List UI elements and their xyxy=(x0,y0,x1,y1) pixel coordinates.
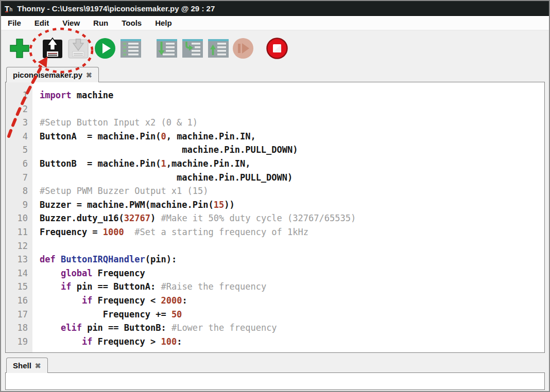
step-out-button[interactable] xyxy=(207,37,230,60)
step-over-button[interactable] xyxy=(156,37,178,60)
tab-label: piconoisemaker.py xyxy=(13,70,82,79)
menu-item-help[interactable]: Help xyxy=(148,19,179,27)
step-into-icon xyxy=(181,37,204,60)
menu-item-view[interactable]: View xyxy=(56,19,87,27)
stop-icon xyxy=(266,37,288,60)
line-number: 6 xyxy=(6,157,32,171)
line-number: 11 xyxy=(6,225,32,239)
line-number: 13 xyxy=(6,253,32,266)
code-line: if Frequency < 2000: xyxy=(40,294,544,308)
shell-tab-label: Shell xyxy=(13,361,31,370)
code-line: Frequency += 50 xyxy=(40,308,544,322)
line-number: 14 xyxy=(6,266,32,280)
code-line xyxy=(40,239,544,253)
shell-tab-close-icon[interactable]: ✖ xyxy=(35,362,41,370)
code-line: ButtonB = machine.Pin(1,machine.Pin.IN, xyxy=(40,157,544,171)
line-number: 10 xyxy=(6,211,32,225)
code-line: global Frequency xyxy=(40,266,544,280)
plus-icon xyxy=(8,37,31,60)
open-file-button[interactable] xyxy=(41,37,64,60)
line-number: 3 xyxy=(6,116,32,130)
debug-script-button[interactable] xyxy=(119,37,142,60)
play-icon xyxy=(94,37,116,60)
menubar: FileEditViewRunToolsHelp xyxy=(1,16,549,30)
resume-button[interactable] xyxy=(232,37,254,60)
run-script-button[interactable] xyxy=(94,37,116,60)
line-number: 2 xyxy=(6,102,32,116)
shell-tab-bar: Shell ✖ xyxy=(1,357,549,372)
thonny-logo-icon: Th xyxy=(5,4,12,13)
resume-icon xyxy=(232,37,254,60)
line-number: 9 xyxy=(6,198,32,212)
code-line: ButtonA = machine.Pin(0, machine.Pin.IN, xyxy=(40,130,544,144)
line-number: 16 xyxy=(6,294,32,308)
menu-item-tools[interactable]: Tools xyxy=(115,19,148,27)
code-line: if pin == ButtonA: #Raise the frequency xyxy=(40,280,544,294)
line-number: 15 xyxy=(6,280,32,294)
code-line: Frequency = 1000 #Set a starting frequen… xyxy=(40,225,544,239)
new-file-button[interactable] xyxy=(8,37,31,60)
line-number: 17 xyxy=(6,308,32,322)
line-number: 4 xyxy=(6,130,32,144)
line-number: 12 xyxy=(6,239,32,253)
tab-shell[interactable]: Shell ✖ xyxy=(6,358,48,373)
code-line xyxy=(40,102,544,116)
code-line: #Setup PWM Buzzer Output x1 (15) xyxy=(40,184,544,198)
code-line: if Frequency > 100: xyxy=(40,335,544,349)
code-line: elif pin == ButtonB: #Lower the frequenc… xyxy=(40,321,544,335)
line-number: 18 xyxy=(6,321,32,335)
code-line: machine.Pin.PULL_DOWN) xyxy=(40,143,544,157)
line-number: 8 xyxy=(6,184,32,198)
step-over-icon xyxy=(156,37,178,60)
tab-close-icon[interactable]: ✖ xyxy=(86,71,92,79)
stop-button[interactable] xyxy=(266,37,288,60)
floppy-open-icon xyxy=(41,37,64,60)
line-number: 7 xyxy=(6,171,32,185)
line-number: 19 xyxy=(6,335,32,349)
toolbar xyxy=(1,30,549,66)
editor-tab-bar: piconoisemaker.py ✖ xyxy=(1,66,549,82)
step-into-button[interactable] xyxy=(181,37,204,60)
tab-piconoisemaker[interactable]: piconoisemaker.py ✖ xyxy=(6,67,99,82)
debug-icon xyxy=(119,37,142,60)
menu-item-edit[interactable]: Edit xyxy=(28,19,56,27)
thonny-window: Th Thonny - C:\Users\91974\piconoisemake… xyxy=(0,0,550,392)
save-file-button[interactable] xyxy=(67,37,90,60)
step-out-icon xyxy=(207,37,230,60)
window-title: Thonny - C:\Users\91974\piconoisemaker.p… xyxy=(17,4,215,13)
gutter: 12345678910111213141516171819 xyxy=(6,82,32,352)
menu-item-run[interactable]: Run xyxy=(87,19,115,27)
code-line: def ButtonIRQHandler(pin): xyxy=(40,253,544,266)
code-lines: import machine #Setup Button Input x2 (0… xyxy=(32,82,544,352)
line-number: 1 xyxy=(6,88,32,102)
shell-output[interactable] xyxy=(5,372,545,390)
line-number: 5 xyxy=(6,143,32,157)
title-bar: Th Thonny - C:\Users\91974\piconoisemake… xyxy=(1,1,549,16)
code-line: #Setup Button Input x2 (0 & 1) xyxy=(40,116,544,130)
code-line: machine.Pin.PULL_DOWN) xyxy=(40,171,544,185)
code-line: Buzzer = machine.PWM(machine.Pin(15)) xyxy=(40,198,544,212)
menu-item-file[interactable]: File xyxy=(6,19,28,27)
code-line: import machine xyxy=(40,88,544,102)
floppy-save-icon xyxy=(67,37,90,60)
code-editor[interactable]: 12345678910111213141516171819 import mac… xyxy=(5,82,545,353)
code-line: Buzzer.duty_u16(32767) #Make it 50% duty… xyxy=(40,211,544,225)
